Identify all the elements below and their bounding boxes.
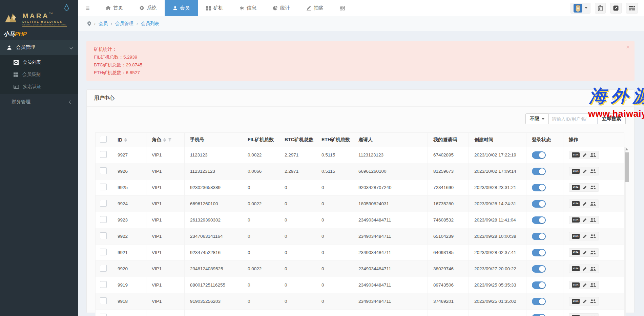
logo-tm: TM (49, 12, 53, 15)
users-group-button[interactable] (590, 267, 596, 271)
visa-card-button[interactable]: VISA (572, 250, 580, 255)
visa-card-button[interactable]: VISA (572, 169, 580, 174)
search-button[interactable]: 立即搜索 (598, 113, 626, 124)
external-link-button[interactable] (610, 3, 622, 14)
users-group-button[interactable] (590, 283, 596, 287)
login-status-toggle[interactable] (532, 233, 546, 240)
visa-card-button[interactable]: VISA (572, 299, 580, 304)
edit-pencil-button[interactable] (583, 169, 587, 173)
row-checkbox[interactable] (100, 184, 107, 190)
cell-id: 9917 (112, 310, 146, 316)
filter-dropdown-button[interactable]: 不限 (525, 113, 549, 124)
edit-pencil-button[interactable] (583, 267, 587, 271)
users-group-button[interactable] (590, 185, 596, 190)
row-checkbox[interactable] (100, 281, 107, 288)
row-checkbox[interactable] (100, 314, 107, 316)
sidebar-item-member-level[interactable]: 会员级别 (0, 68, 78, 81)
row-checkbox[interactable] (100, 249, 107, 255)
nav-item-grid-menu[interactable] (332, 0, 353, 16)
sort-icon[interactable] (124, 138, 127, 142)
visa-card-button[interactable]: VISA (572, 282, 580, 288)
nav-item-home[interactable]: 首页 (98, 0, 131, 16)
users-group-button[interactable] (590, 218, 596, 222)
login-status-toggle[interactable] (532, 151, 546, 159)
sort-icon[interactable] (163, 138, 166, 142)
breadcrumb-current-member-list[interactable]: 会员列表 (141, 21, 159, 27)
edit-pencil-button[interactable] (583, 153, 587, 157)
row-checkbox[interactable] (100, 216, 107, 223)
sidebar-toggle-button[interactable]: ≡ (78, 0, 98, 16)
nav-item-lottery[interactable]: 抽奖 (298, 0, 332, 16)
nav-item-statistics[interactable]: 统计 (265, 0, 298, 16)
sidebar-item-member-management[interactable]: 会员管理 (0, 40, 78, 55)
trash-button[interactable] (595, 3, 606, 14)
login-status-toggle[interactable] (532, 200, 546, 208)
visa-card-button[interactable]: VISA (572, 152, 580, 157)
users-group-button[interactable] (590, 202, 596, 206)
fullscreen-icon[interactable] (621, 96, 627, 101)
col-header-id: ID (118, 137, 122, 143)
edit-pencil-button[interactable] (583, 185, 587, 190)
login-status-toggle[interactable] (532, 249, 546, 256)
edit-pencil-button[interactable] (583, 250, 587, 255)
visa-card-button[interactable]: VISA (572, 201, 580, 206)
cell-eth: 0 (316, 261, 353, 277)
user-avatar-menu[interactable] (570, 3, 590, 14)
list-menu-button[interactable] (626, 3, 638, 14)
refresh-icon[interactable] (611, 96, 617, 101)
breadcrumb-link-member-management[interactable]: 会员管理 (115, 21, 133, 27)
login-status-toggle[interactable] (532, 216, 546, 224)
visa-card-button[interactable]: VISA (572, 234, 580, 239)
breadcrumb-separator: › (137, 21, 138, 26)
filter-funnel-icon[interactable] (168, 138, 172, 142)
login-status-toggle[interactable] (532, 265, 546, 273)
search-input[interactable] (549, 113, 598, 124)
cell-invite-code: 16735280 (428, 196, 469, 212)
scrollbar-up-arrow-icon[interactable] (625, 148, 628, 150)
users-group-button[interactable] (590, 250, 596, 255)
trash-icon (598, 5, 603, 11)
filter-label: 不限 (530, 116, 539, 122)
nav-item-member[interactable]: 会员 (165, 0, 198, 16)
row-checkbox[interactable] (100, 200, 107, 207)
cell-inviter: 2349034484711 (353, 277, 428, 293)
sidebar-item-realname-auth[interactable]: 实名认证 (0, 81, 78, 93)
edit-pencil-button[interactable] (583, 218, 587, 222)
col-header-btc: BTC矿机总数 (279, 133, 316, 147)
edit-pencil-button[interactable] (583, 234, 587, 238)
login-status-toggle[interactable] (532, 184, 546, 191)
row-checkbox[interactable] (100, 151, 107, 158)
row-checkbox[interactable] (100, 232, 107, 239)
users-group-button[interactable] (590, 169, 596, 173)
panel-header: 用户中心 (87, 90, 634, 107)
sidebar-item-finance-management[interactable]: 财务管理 (0, 94, 78, 110)
cell-phone: 1123123123 (185, 163, 242, 180)
nav-item-message[interactable]: 信息 (231, 0, 265, 16)
nav-item-miner[interactable]: 矿机 (198, 0, 231, 16)
edit-pencil-button[interactable] (583, 299, 587, 303)
edit-pencil-button[interactable] (583, 283, 587, 287)
col-header-invite-code: 我的邀请码 (428, 133, 469, 147)
select-all-checkbox[interactable] (100, 136, 107, 143)
row-checkbox[interactable] (100, 265, 107, 272)
row-checkbox[interactable] (100, 167, 107, 174)
login-status-toggle[interactable] (532, 281, 546, 289)
visa-card-button[interactable]: VISA (572, 185, 580, 190)
login-status-toggle[interactable] (532, 298, 546, 305)
visa-card-button[interactable]: VISA (572, 266, 580, 271)
cell-eth: 0 (316, 293, 353, 310)
login-status-toggle[interactable] (532, 314, 546, 316)
users-group-button[interactable] (590, 299, 596, 303)
row-checkbox[interactable] (100, 297, 107, 304)
login-status-toggle[interactable] (532, 168, 546, 175)
nav-item-system[interactable]: 系统 (131, 0, 165, 16)
visa-card-button[interactable]: VISA (572, 217, 580, 223)
scrollbar-thumb[interactable] (625, 152, 629, 182)
sidebar-item-member-list[interactable]: 会员列表 (0, 56, 78, 68)
breadcrumb-link-member[interactable]: 会员 (99, 21, 108, 27)
vertical-scrollbar[interactable] (624, 147, 626, 316)
alert-close-icon[interactable]: × (626, 44, 630, 50)
users-group-button[interactable] (590, 153, 596, 157)
users-group-button[interactable] (590, 234, 596, 238)
edit-pencil-button[interactable] (583, 202, 587, 206)
